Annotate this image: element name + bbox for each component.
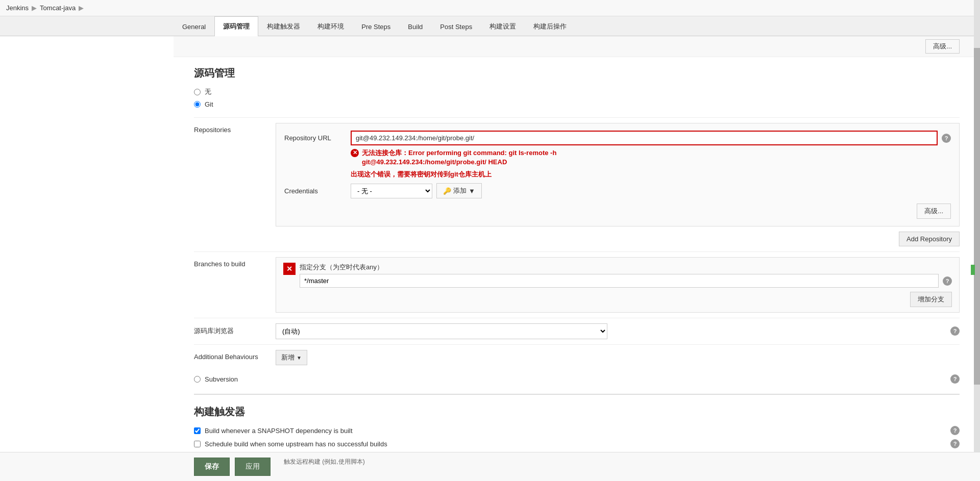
- tab-trigger[interactable]: 构建触发器: [258, 16, 309, 36]
- branch-row: ✕ 指定分支（为空时代表any） ?: [283, 263, 952, 288]
- apply-button[interactable]: 应用: [235, 458, 271, 476]
- error-text: 无法连接仓库：Error performing git command: git…: [362, 148, 556, 167]
- breadcrumb-sep-1: ▶: [32, 4, 37, 12]
- branches-content: ✕ 指定分支（为空时代表any） ? 增加分支: [276, 257, 960, 313]
- credentials-row: Credentials - 无 - 🔑 添加 ▼: [284, 183, 951, 198]
- add-behaviour-button[interactable]: 新增 ▼: [276, 350, 307, 365]
- checkbox1-help-icon[interactable]: ?: [950, 426, 960, 435]
- main-content: 高级... 源码管理 无 Git Repositories Repository…: [0, 36, 980, 481]
- checkbox2-help-icon[interactable]: ?: [950, 439, 960, 448]
- breadcrumb-sep-2: ▶: [79, 4, 84, 12]
- scrollbar-thumb: [974, 48, 980, 385]
- error-message: ✕ 无法连接仓库：Error performing git command: g…: [351, 148, 951, 167]
- src-browser-content: (自动): [276, 323, 946, 339]
- repo-url-input[interactable]: [351, 131, 938, 145]
- additional-behaviours-row: Additional Behaviours 新增 ▼: [194, 344, 960, 370]
- trigger-section: 构建触发器 Build whenever a SNAPSHOT dependen…: [174, 405, 980, 448]
- tab-settings[interactable]: 构建设置: [481, 16, 525, 36]
- branches-label: Branches to build: [194, 257, 276, 268]
- add-new-dropdown-arrow: ▼: [297, 355, 302, 361]
- radio-git-row: Git: [194, 100, 960, 108]
- branch-help-icon[interactable]: ?: [943, 276, 952, 286]
- repo-advanced-button[interactable]: 高级...: [917, 204, 951, 219]
- scrollbar[interactable]: [974, 0, 980, 481]
- radio-none-label: 无: [205, 87, 211, 96]
- checkbox2-label: Schedule build when some upstream has no…: [205, 440, 387, 448]
- additional-behaviours-label: Additional Behaviours: [194, 350, 276, 361]
- repo-url-help-icon[interactable]: ?: [942, 134, 951, 143]
- radio-none-input[interactable]: [194, 89, 201, 95]
- src-browser-help-icon[interactable]: ?: [950, 326, 960, 336]
- repositories-label: Repositories: [194, 123, 276, 134]
- branch-input[interactable]: [300, 274, 939, 288]
- remove-branch-button[interactable]: ✕: [283, 263, 296, 275]
- add-new-label: 新增: [281, 353, 295, 362]
- trigger-section-title: 构建触发器: [194, 405, 960, 419]
- add-repository-button[interactable]: Add Repository: [899, 232, 960, 246]
- footer-text: 触发远程构建 (例如,使用脚本): [284, 458, 365, 476]
- branches-block: ✕ 指定分支（为空时代表any） ? 增加分支: [276, 257, 960, 313]
- scm-radio-group: 无 Git: [174, 87, 980, 117]
- branch-inner: 指定分支（为空时代表any）: [300, 263, 939, 288]
- tab-postbuild[interactable]: 构建后操作: [525, 16, 575, 36]
- key-icon: 🔑: [443, 187, 451, 195]
- branches-row: Branches to build ✕ 指定分支（为空时代表any） ? 增加分…: [194, 251, 960, 318]
- save-button[interactable]: 保存: [194, 458, 230, 476]
- add-branch-row: 增加分支: [283, 292, 952, 307]
- add-repo-row: Add Repository: [276, 232, 960, 246]
- src-browser-row: 源码库浏览器 (自动) ?: [194, 318, 960, 344]
- section-divider: [194, 394, 960, 395]
- tabs-bar: General 源码管理 构建触发器 构建环境 Pre Steps Build …: [0, 16, 980, 36]
- tab-env[interactable]: 构建环境: [309, 16, 353, 36]
- breadcrumb: Jenkins ▶ Tomcat-java ▶: [0, 0, 980, 16]
- repositories-content: Repository URL ? ✕ 无法连接仓库：Error performi…: [276, 123, 960, 246]
- radio-git-input[interactable]: [194, 101, 201, 108]
- radio-none-row: 无: [194, 87, 960, 96]
- tab-general[interactable]: General: [174, 17, 214, 36]
- repo-url-label: Repository URL: [284, 134, 351, 142]
- src-browser-select[interactable]: (自动): [276, 323, 607, 339]
- src-browser-label: 源码库浏览器: [194, 323, 276, 336]
- checkbox1-label: Build whenever a SNAPSHOT dependency is …: [205, 427, 353, 435]
- top-advanced-button[interactable]: 高级...: [925, 39, 960, 54]
- source-section-title: 源码管理: [174, 57, 980, 87]
- checkbox2-input[interactable]: [194, 441, 201, 447]
- error-dot-icon: ✕: [351, 149, 359, 157]
- subversion-label: Subversion: [205, 375, 238, 383]
- repo-adv-row: 高级...: [284, 204, 951, 219]
- top-adv-row: 高级...: [174, 36, 980, 57]
- radio-subversion-input[interactable]: [194, 376, 201, 383]
- additional-behaviours-content: 新增 ▼: [276, 350, 960, 365]
- error-hint-text: 出现这个错误，需要将密钥对传到git仓库主机上: [351, 170, 951, 179]
- bottom-bar: 保存 应用 触发远程构建 (例如,使用脚本): [0, 452, 980, 481]
- checkbox1-input[interactable]: [194, 427, 201, 434]
- credentials-select[interactable]: - 无 -: [351, 184, 432, 198]
- branch-specify-label: 指定分支（为空时代表any）: [300, 263, 939, 272]
- checkbox1-row: Build whenever a SNAPSHOT dependency is …: [194, 426, 960, 435]
- green-indicator: [971, 265, 975, 275]
- add-cred-label: 添加: [453, 186, 467, 195]
- radio-git-label: Git: [205, 100, 213, 108]
- add-credentials-button[interactable]: 🔑 添加 ▼: [436, 183, 482, 198]
- subversion-row: Subversion ?: [174, 374, 980, 384]
- tab-source[interactable]: 源码管理: [214, 16, 258, 36]
- tab-build[interactable]: Build: [399, 17, 431, 36]
- subversion-help-icon[interactable]: ?: [950, 374, 960, 384]
- checkbox2-row: Schedule build when some upstream has no…: [194, 439, 960, 448]
- tab-poststeps[interactable]: Post Steps: [431, 17, 481, 36]
- breadcrumb-tomcat[interactable]: Tomcat-java: [40, 4, 76, 12]
- repositories-row: Repositories Repository URL ? ✕ 无法连接仓库：E…: [194, 117, 960, 251]
- add-cred-dropdown-arrow: ▼: [469, 187, 475, 195]
- repo-url-row: Repository URL ?: [284, 131, 951, 145]
- breadcrumb-jenkins[interactable]: Jenkins: [6, 4, 29, 12]
- add-branch-button[interactable]: 增加分支: [910, 292, 952, 307]
- tab-presteps[interactable]: Pre Steps: [353, 17, 399, 36]
- repo-block: Repository URL ? ✕ 无法连接仓库：Error performi…: [276, 123, 960, 226]
- credentials-label: Credentials: [284, 187, 351, 195]
- git-section: Repositories Repository URL ? ✕ 无法连接仓库：E…: [174, 117, 980, 370]
